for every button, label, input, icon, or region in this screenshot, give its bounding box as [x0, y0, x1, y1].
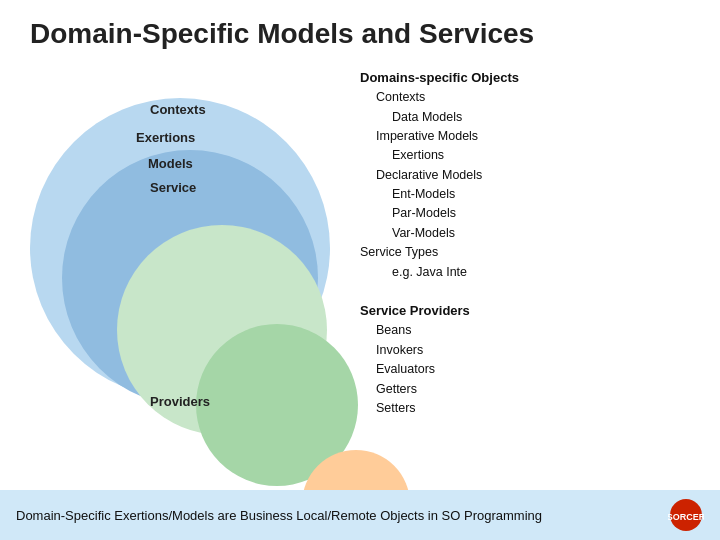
label-exertions: Exertions — [136, 130, 195, 145]
page-title: Domain-Specific Models and Services — [0, 0, 720, 58]
label-providers: Providers — [150, 394, 210, 409]
item-par-models: Par-Models — [360, 204, 700, 223]
text-panel: Domains-specific Objects Contexts Data M… — [340, 58, 710, 418]
circle-models: SORCEROS — [117, 225, 327, 435]
item-var-models: Var-Models — [360, 224, 700, 243]
item-data-models: Data Models — [360, 108, 700, 127]
diagram-area: SORCEROS Contexts Exertions Models Servi… — [20, 68, 340, 438]
item-ent-models: Ent-Models — [360, 185, 700, 204]
item-evaluators: Evaluators — [360, 360, 700, 379]
item-setters: Setters — [360, 399, 700, 418]
label-service: Service — [150, 180, 196, 195]
item-getters: Getters — [360, 380, 700, 399]
section1-title: Domains-specific Objects — [360, 68, 700, 88]
item-service-types: Service Types — [360, 243, 700, 262]
item-invokers: Invokers — [360, 341, 700, 360]
svg-text:SORCER: SORCER — [668, 512, 704, 522]
item-contexts: Contexts — [360, 88, 700, 107]
circle-service: SORCEROS — [196, 324, 358, 486]
section2-title: Service Providers — [360, 301, 700, 321]
item-exertions: Exertions — [360, 146, 700, 165]
main-content: SORCEROS Contexts Exertions Models Servi… — [0, 58, 720, 438]
label-contexts: Contexts — [150, 102, 206, 117]
bottom-bar: Domain-Specific Exertions/Models are Bus… — [0, 490, 720, 540]
item-beans: Beans — [360, 321, 700, 340]
item-java-inte: e.g. Java Inte — [360, 263, 700, 282]
label-models: Models — [148, 156, 193, 171]
item-imperative-models: Imperative Models — [360, 127, 700, 146]
bottom-bar-text: Domain-Specific Exertions/Models are Bus… — [16, 508, 542, 523]
item-declarative-models: Declarative Models — [360, 166, 700, 185]
sorcer-logo-icon: SORCER — [668, 497, 704, 533]
